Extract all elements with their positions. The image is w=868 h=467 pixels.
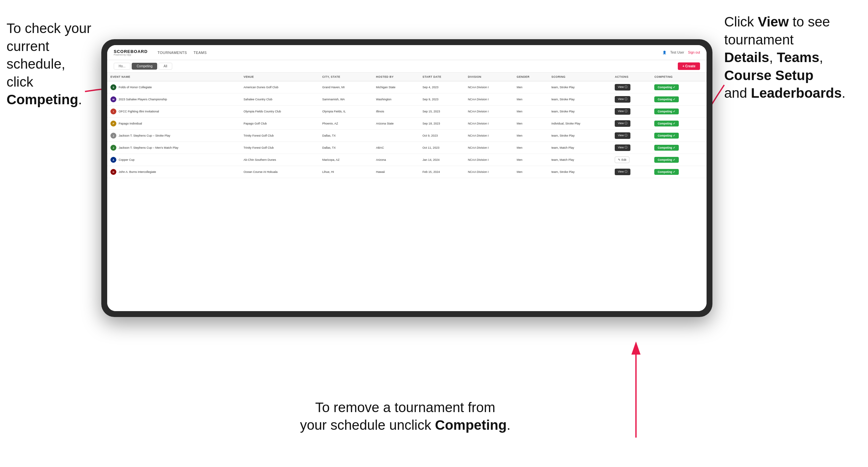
- cell-scoring: team, Stroke Play: [548, 105, 612, 118]
- competing-button[interactable]: Competing ✓: [654, 157, 679, 163]
- competing-button[interactable]: Competing ✓: [654, 145, 679, 151]
- table-row: W 2023 Sahalee Players Championship Saha…: [107, 93, 707, 105]
- cell-hosted-by: Michigan State: [373, 82, 419, 93]
- signout-link[interactable]: Sign out: [688, 51, 700, 54]
- cell-action[interactable]: View ⓘ: [612, 105, 651, 118]
- col-competing: COMPETING: [651, 72, 707, 82]
- edit-button[interactable]: ✎ Edit: [615, 157, 629, 163]
- cell-scoring: team, Stroke Play: [548, 130, 612, 142]
- cell-city-state: Phoenix, AZ: [319, 118, 373, 130]
- cell-venue: Sahalee Country Club: [240, 93, 319, 105]
- cell-action[interactable]: View ⓘ: [612, 130, 651, 142]
- competing-button[interactable]: Competing ✓: [654, 121, 679, 126]
- cell-gender: Men: [514, 93, 548, 105]
- cell-action[interactable]: View ⓘ: [612, 142, 651, 154]
- cell-competing[interactable]: Competing ✓: [651, 166, 707, 178]
- cell-gender: Men: [514, 82, 548, 93]
- app-bar: SCOREBOARD Powered by clipp TOURNAMENTS …: [107, 45, 707, 60]
- view-button[interactable]: View ⓘ: [615, 84, 630, 91]
- cell-gender: Men: [514, 142, 548, 154]
- col-hosted-by: HOSTED BY: [373, 72, 419, 82]
- view-button[interactable]: View ⓘ: [615, 108, 630, 115]
- cell-start-date: Oct 9, 2023: [419, 130, 465, 142]
- view-button[interactable]: View ⓘ: [615, 145, 630, 151]
- cell-division: NCAA Division I: [465, 142, 514, 154]
- cell-gender: Men: [514, 154, 548, 166]
- cell-division: NCAA Division I: [465, 130, 514, 142]
- cell-scoring: individual, Stroke Play: [548, 118, 612, 130]
- cell-gender: Men: [514, 130, 548, 142]
- event-name-text: John A. Burns Intercollegiate: [119, 170, 156, 174]
- view-button[interactable]: View ⓘ: [615, 96, 630, 103]
- cell-action[interactable]: ✎ Edit: [612, 154, 651, 166]
- event-name-text: Jackson T. Stephens Cup – Stroke Play: [119, 134, 170, 137]
- cell-action[interactable]: View ⓘ: [612, 118, 651, 130]
- cell-start-date: Feb 15, 2024: [419, 166, 465, 178]
- create-button[interactable]: + Create: [678, 62, 700, 70]
- cell-venue: Ocean Course At Hokuala: [240, 166, 319, 178]
- cell-city-state: Sammamish, WA: [319, 93, 373, 105]
- cell-hosted-by: [373, 130, 419, 142]
- competing-button[interactable]: Competing ✓: [654, 133, 679, 138]
- team-logo: P: [111, 121, 116, 126]
- cell-city-state: Maricopa, AZ: [319, 154, 373, 166]
- cell-event-name: A Copper Cup: [107, 154, 240, 166]
- team-logo: J: [111, 145, 116, 151]
- col-gender: GENDER: [514, 72, 548, 82]
- competing-button[interactable]: Competing ✓: [654, 169, 679, 175]
- view-button[interactable]: View ⓘ: [615, 168, 630, 175]
- table-body: S Folds of Honor Collegiate American Dun…: [107, 82, 707, 178]
- cell-city-state: Olympia Fields, IL: [319, 105, 373, 118]
- table-header-row: EVENT NAME VENUE CITY, STATE HOSTED BY S…: [107, 72, 707, 82]
- cell-competing[interactable]: Competing ✓: [651, 82, 707, 93]
- cell-competing[interactable]: Competing ✓: [651, 130, 707, 142]
- table-row: I OFCC Fighting Illini Invitational Olym…: [107, 105, 707, 118]
- event-name-text: OFCC Fighting Illini Invitational: [119, 110, 159, 113]
- filter-tab-competing[interactable]: Competing: [132, 63, 157, 70]
- view-button[interactable]: View ⓘ: [615, 120, 630, 127]
- tablet-screen: SCOREBOARD Powered by clipp TOURNAMENTS …: [107, 45, 707, 311]
- cell-division: NCAA Division I: [465, 166, 514, 178]
- nav-tournaments[interactable]: TOURNAMENTS: [157, 51, 187, 55]
- cell-event-name: I OFCC Fighting Illini Invitational: [107, 105, 240, 118]
- cell-competing[interactable]: Competing ✓: [651, 105, 707, 118]
- col-event-name: EVENT NAME: [107, 72, 240, 82]
- competing-button[interactable]: Competing ✓: [654, 108, 679, 114]
- event-name-text: Copper Cup: [119, 158, 135, 161]
- cell-competing[interactable]: Competing ✓: [651, 154, 707, 166]
- col-venue: VENUE: [240, 72, 319, 82]
- competing-button[interactable]: Competing ✓: [654, 96, 679, 102]
- view-button[interactable]: View ⓘ: [615, 132, 630, 139]
- cell-start-date: Sep 18, 2023: [419, 118, 465, 130]
- filter-tab-home[interactable]: Ho...: [114, 63, 130, 70]
- cell-action[interactable]: View ⓘ: [612, 93, 651, 105]
- team-logo: A: [111, 157, 116, 163]
- nav-items: TOURNAMENTS TEAMS: [157, 51, 653, 55]
- cell-competing[interactable]: Competing ✓: [651, 93, 707, 105]
- cell-competing[interactable]: Competing ✓: [651, 118, 707, 130]
- cell-scoring: team, Stroke Play: [548, 93, 612, 105]
- logo-sub: Powered by clipp: [114, 54, 148, 56]
- col-city-state: CITY, STATE: [319, 72, 373, 82]
- app-bar-right: 👤 Test User Sign out: [662, 51, 700, 54]
- cell-hosted-by: ABAC: [373, 142, 419, 154]
- competing-button[interactable]: Competing ✓: [654, 84, 679, 90]
- cell-action[interactable]: View ⓘ: [612, 166, 651, 178]
- cell-hosted-by: Arizona State: [373, 118, 419, 130]
- cell-event-name: P Papago Individual: [107, 118, 240, 130]
- cell-gender: Men: [514, 166, 548, 178]
- event-name-text: Jackson T. Stephens Cup – Men's Match Pl…: [119, 146, 179, 149]
- col-scoring: SCORING: [548, 72, 612, 82]
- table-container[interactable]: EVENT NAME VENUE CITY, STATE HOSTED BY S…: [107, 72, 707, 311]
- cell-event-name: S Folds of Honor Collegiate: [107, 82, 240, 93]
- table-row: A Copper Cup Ak-Chin Southern DunesMaric…: [107, 154, 707, 166]
- cell-event-name: W 2023 Sahalee Players Championship: [107, 93, 240, 105]
- cell-action[interactable]: View ⓘ: [612, 82, 651, 93]
- team-logo: W: [111, 96, 116, 102]
- nav-teams[interactable]: TEAMS: [193, 51, 207, 55]
- col-division: DIVISION: [465, 72, 514, 82]
- cell-competing[interactable]: Competing ✓: [651, 142, 707, 154]
- team-logo: I: [111, 108, 116, 114]
- cell-city-state: Grand Haven, MI: [319, 82, 373, 93]
- filter-tab-all[interactable]: All: [158, 63, 172, 70]
